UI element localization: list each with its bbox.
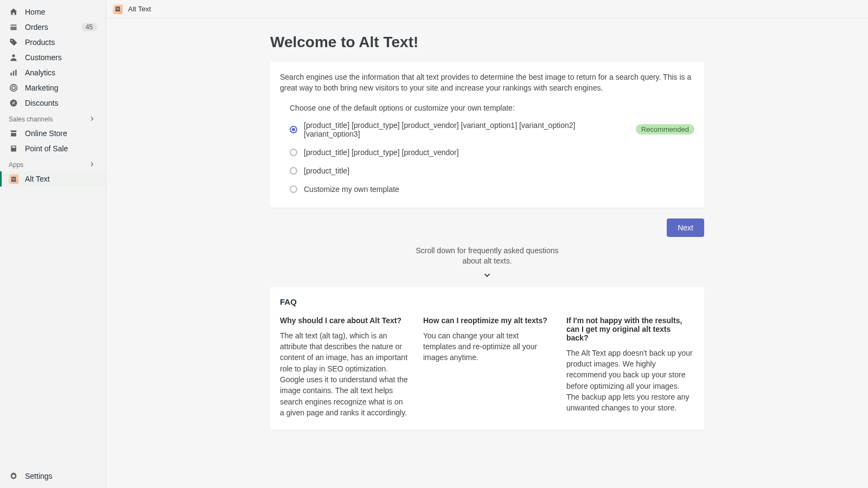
sidebar-item-label: Customers — [25, 53, 97, 62]
sales-channels-header[interactable]: Sales channels — [0, 111, 106, 126]
sidebar-item-home[interactable]: Home — [0, 4, 106, 20]
chevron-right-icon — [88, 160, 97, 169]
discount-icon — [9, 98, 18, 108]
marketing-icon — [9, 83, 18, 93]
radio-icon — [290, 185, 297, 193]
chevron-down-icon — [270, 270, 704, 280]
radio-icon — [290, 149, 297, 156]
page-title: Welcome to Alt Text! — [270, 34, 704, 51]
person-icon — [9, 53, 18, 62]
svg-rect-4 — [15, 69, 16, 75]
sidebar-item-label: Marketing — [25, 84, 97, 92]
faq-answer: The Alt Text app doesn't back up your pr… — [566, 348, 694, 414]
faq-card: FAQ Why should I care about Alt Text? Th… — [270, 287, 704, 430]
faq-answer: The alt text (alt tag), which is an attr… — [280, 330, 408, 418]
svg-point-0 — [11, 40, 12, 41]
alt-text-app-icon: 🖼 — [9, 174, 18, 184]
template-option-3[interactable]: [product_title] — [290, 166, 694, 175]
template-option-label: [product_title] — [304, 166, 349, 175]
sidebar-item-online-store[interactable]: Online Store — [0, 126, 106, 141]
gear-icon — [9, 471, 18, 481]
faq-col-2: How can I reoptimize my alt texts? You c… — [423, 316, 551, 418]
faq-question: Why should I care about Alt Text? — [280, 316, 408, 325]
sidebar-item-marketing[interactable]: Marketing — [0, 80, 106, 95]
sidebar-item-discounts[interactable]: Discounts — [0, 95, 106, 111]
sidebar-item-label: Discounts — [25, 99, 97, 107]
template-card: Search engines use the information that … — [270, 62, 704, 208]
template-option-1[interactable]: [product_title] [product_type] [product_… — [290, 121, 694, 138]
chevron-right-icon — [88, 115, 97, 124]
sidebar-item-label: Point of Sale — [25, 144, 97, 153]
faq-question: If I'm not happy with the results, can I… — [566, 316, 694, 342]
next-button[interactable]: Next — [667, 219, 704, 237]
apps-header-label: Apps — [9, 161, 88, 169]
sidebar-item-orders[interactable]: Orders 45 — [0, 20, 106, 35]
sales-channels-header-label: Sales channels — [9, 115, 88, 123]
template-option-label: Customize my own template — [304, 185, 399, 194]
faq-question: How can I reoptimize my alt texts? — [423, 316, 551, 325]
sidebar-item-analytics[interactable]: Analytics — [0, 65, 106, 80]
titlebar: 🖼 Alt Text — [106, 0, 868, 18]
template-option-label: [product_title] [product_type] [product_… — [304, 148, 459, 157]
faq-title: FAQ — [280, 297, 694, 306]
sidebar-item-label: Orders — [25, 23, 81, 31]
svg-point-5 — [12, 86, 15, 89]
orders-badge: 45 — [81, 23, 97, 31]
store-icon — [9, 129, 18, 138]
page-scroll[interactable]: Welcome to Alt Text! Search engines use … — [106, 18, 868, 488]
faq-answer: You can change your alt text templates a… — [423, 330, 551, 363]
sidebar-item-alt-text[interactable]: 🖼 Alt Text — [0, 171, 106, 187]
intro-text: Search engines use the information that … — [280, 72, 694, 94]
faq-col-3: If I'm not happy with the results, can I… — [566, 316, 694, 418]
main-content: 🖼 Alt Text Welcome to Alt Text! Search e… — [106, 0, 868, 488]
apps-header[interactable]: Apps — [0, 156, 106, 171]
titlebar-title: Alt Text — [128, 5, 151, 13]
svg-rect-11 — [12, 146, 15, 147]
template-option-label: [product_title] [product_type] [product_… — [304, 121, 631, 138]
analytics-icon — [9, 68, 18, 78]
svg-point-1 — [12, 54, 15, 57]
svg-rect-3 — [13, 71, 14, 76]
recommended-badge: Recommended — [636, 124, 694, 134]
orders-icon — [9, 22, 18, 32]
pos-icon — [9, 144, 18, 153]
template-option-4[interactable]: Customize my own template — [290, 185, 694, 194]
sidebar-item-settings[interactable]: Settings — [0, 468, 106, 484]
actions-row: Next — [270, 219, 704, 237]
faq-col-1: Why should I care about Alt Text? The al… — [280, 316, 408, 418]
svg-point-8 — [12, 101, 13, 102]
scroll-hint: Scroll down for frequently asked questio… — [406, 246, 569, 267]
choose-label: Choose one of the default options or cus… — [290, 104, 694, 112]
alt-text-app-icon: 🖼 — [113, 4, 123, 14]
home-icon — [9, 7, 18, 17]
template-options: [product_title] [product_type] [product_… — [290, 121, 694, 194]
radio-icon — [290, 126, 297, 133]
svg-rect-2 — [10, 73, 11, 76]
tag-icon — [9, 37, 18, 47]
sidebar-item-label: Home — [25, 8, 97, 16]
sidebar-item-label: Products — [25, 38, 97, 47]
svg-point-6 — [10, 85, 17, 92]
sidebar-item-label: Analytics — [25, 68, 97, 77]
sidebar-item-label: Alt Text — [25, 175, 97, 183]
sidebar-item-label: Online Store — [25, 129, 97, 138]
sidebar-item-customers[interactable]: Customers — [0, 50, 106, 65]
template-option-2[interactable]: [product_title] [product_type] [product_… — [290, 148, 694, 157]
svg-point-9 — [14, 104, 15, 105]
sidebar-item-label: Settings — [25, 472, 97, 480]
sidebar-item-products[interactable]: Products — [0, 35, 106, 50]
sidebar-item-point-of-sale[interactable]: Point of Sale — [0, 141, 106, 156]
sidebar: Home Orders 45 Products Customers Anal — [0, 0, 106, 488]
radio-icon — [290, 167, 297, 175]
